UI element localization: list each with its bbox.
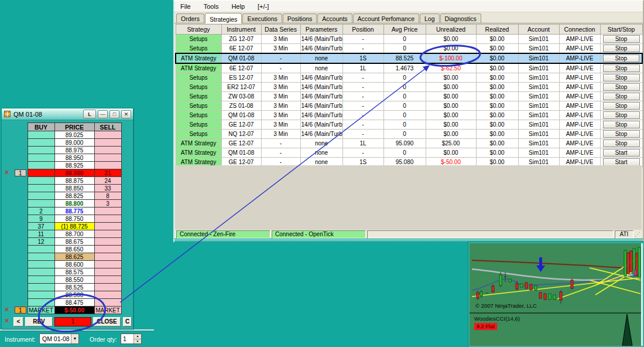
- buy-cell[interactable]: [28, 185, 54, 192]
- sell-cell[interactable]: [94, 284, 121, 291]
- sell-market-cell[interactable]: MARKET: [94, 307, 121, 314]
- strategy-row[interactable]: Setups QM 01-08 3 Min 14/6 (Main/Turb - …: [176, 111, 642, 120]
- tab-diagnostics[interactable]: Diagnostics: [440, 13, 481, 23]
- strategy-row[interactable]: Setups ER2 12-07 3 Min 14/6 (Main/Turb -…: [176, 83, 642, 92]
- sell-cell[interactable]: [94, 261, 121, 268]
- market-qty-box[interactable]: 1: [15, 307, 26, 314]
- buy-cell[interactable]: [28, 169, 54, 177]
- tab-strategies[interactable]: Strategies: [205, 13, 242, 23]
- sell-cell[interactable]: 8: [94, 192, 121, 200]
- buy-cell[interactable]: 9: [28, 215, 54, 223]
- strategy-row[interactable]: Setups ZS 01-08 3 Min 14/6 (Main/Turb - …: [176, 101, 642, 111]
- sell-cell[interactable]: 24: [94, 177, 121, 185]
- strategy-row[interactable]: Setups NQ 12-07 3 Min 14/6 (Main/Turb - …: [176, 130, 642, 139]
- col-parameters[interactable]: Parameters: [300, 25, 342, 35]
- menu-plus-minus[interactable]: [+/-]: [258, 3, 269, 10]
- sell-cell[interactable]: [94, 299, 121, 307]
- sell-cell[interactable]: [94, 253, 121, 261]
- sell-cell[interactable]: 33: [94, 185, 121, 192]
- buy-cell[interactable]: [28, 284, 54, 291]
- buy-market-cell[interactable]: MARKET: [28, 307, 54, 314]
- strategy-row[interactable]: ATM Strategy 6E 12-07 - none 1L 1.4673 $…: [176, 63, 642, 73]
- strategy-row[interactable]: Setups ZG 12-07 3 Min 14/6 (Main/Turb - …: [176, 35, 642, 44]
- maximize-icon[interactable]: □: [109, 110, 119, 118]
- start-stop-button[interactable]: Stop: [603, 121, 640, 128]
- start-stop-button[interactable]: Stop: [603, 74, 640, 81]
- close-position-button[interactable]: CLOSE: [93, 317, 121, 326]
- strategy-row[interactable]: ATM Strategy QM 01-08 - none 1S 88.525 $…: [176, 53, 642, 63]
- link-button[interactable]: L: [83, 110, 96, 118]
- sell-cell[interactable]: 21: [94, 169, 121, 177]
- buy-cell[interactable]: [28, 200, 54, 207]
- buy-cell[interactable]: 2: [28, 207, 54, 215]
- sell-cell[interactable]: [94, 246, 121, 253]
- buy-cell[interactable]: [28, 154, 54, 162]
- start-stop-button[interactable]: Stop: [603, 111, 640, 119]
- buy-cell[interactable]: 37: [28, 223, 54, 230]
- buy-cell[interactable]: 11: [28, 230, 54, 238]
- sell-cell[interactable]: 3: [94, 200, 121, 207]
- start-stop-button[interactable]: Stop: [603, 130, 640, 138]
- buy-cell[interactable]: [28, 253, 54, 261]
- start-stop-button[interactable]: Stop: [603, 45, 640, 52]
- menu-help[interactable]: Help: [231, 3, 245, 10]
- sell-cell[interactable]: [94, 207, 121, 215]
- back-button[interactable]: <: [13, 317, 23, 326]
- col-strategy[interactable]: Strategy: [176, 25, 221, 35]
- buy-cell[interactable]: [28, 162, 54, 169]
- sell-cell[interactable]: [94, 268, 121, 276]
- spin-up-icon[interactable]: ▲: [134, 334, 141, 339]
- menu-tools[interactable]: Tools: [204, 3, 219, 10]
- start-stop-button[interactable]: Stop: [603, 93, 640, 100]
- buy-cell[interactable]: [28, 299, 54, 307]
- cancel-all-icon[interactable]: ✕: [4, 317, 11, 325]
- start-stop-button[interactable]: Stop: [603, 102, 640, 110]
- sell-cell[interactable]: [94, 291, 121, 299]
- start-stop-button[interactable]: Stop: [603, 83, 640, 91]
- chevron-down-icon[interactable]: ▼: [71, 334, 78, 343]
- sell-cell[interactable]: [94, 223, 121, 230]
- sell-cell[interactable]: [94, 276, 121, 284]
- strategy-row[interactable]: Setups GE 12-07 3 Min 14/6 (Main/Turb - …: [176, 120, 642, 130]
- cancel-order-icon[interactable]: ✕: [4, 169, 11, 176]
- start-stop-button[interactable]: Start: [603, 149, 640, 157]
- reverse-button[interactable]: REV: [25, 317, 53, 326]
- buy-cell[interactable]: [28, 291, 54, 299]
- col-account[interactable]: Account: [518, 25, 559, 35]
- start-stop-button[interactable]: Stop: [603, 140, 640, 147]
- working-qty-box[interactable]: 1: [15, 169, 26, 176]
- col-data-series[interactable]: Data Series: [261, 25, 300, 35]
- start-stop-button[interactable]: Stop: [603, 55, 640, 62]
- menu-file[interactable]: File: [180, 3, 191, 10]
- resize-grip-icon[interactable]: ⋰: [635, 230, 642, 239]
- tab-accounts[interactable]: Accounts: [317, 13, 352, 23]
- sell-cell[interactable]: [94, 238, 121, 246]
- buy-cell[interactable]: 12: [28, 238, 54, 246]
- order-qty-stepper[interactable]: 1 ▲ ▼: [121, 334, 142, 344]
- buy-cell[interactable]: [28, 177, 54, 185]
- strategy-row[interactable]: Setups 6E 12-07 3 Min 14/6 (Main/Turb - …: [176, 44, 642, 54]
- start-stop-button[interactable]: Stop: [603, 64, 640, 72]
- col-avg-price[interactable]: Avg Price: [383, 25, 426, 35]
- sell-cell[interactable]: [94, 147, 121, 154]
- sell-cell[interactable]: [94, 131, 121, 139]
- tab-executions[interactable]: Executions: [242, 13, 282, 23]
- col-start-stop[interactable]: Start/Stop: [600, 25, 642, 35]
- instrument-select[interactable]: QM 01-08 ▼: [39, 334, 79, 344]
- c-button[interactable]: C: [123, 317, 132, 326]
- start-stop-button[interactable]: Stop: [603, 35, 640, 43]
- col-connection[interactable]: Connection: [559, 25, 600, 35]
- buy-cell[interactable]: [28, 261, 54, 268]
- tab-log[interactable]: Log: [420, 13, 440, 23]
- sell-cell[interactable]: [94, 154, 121, 162]
- strategy-row[interactable]: ATM Strategy QM 01-08 - none - 0 $0.00 $…: [176, 148, 642, 158]
- col-position[interactable]: Position: [342, 25, 383, 35]
- strategy-row[interactable]: ATM Strategy GE 12-07 - none 1L 95.090 $…: [176, 139, 642, 148]
- cancel-order-icon[interactable]: ✕: [4, 306, 11, 314]
- col-unrealized[interactable]: Unrealized: [426, 25, 476, 35]
- strategy-row[interactable]: Setups ES 12-07 3 Min 14/6 (Main/Turb - …: [176, 73, 642, 83]
- col-instrument[interactable]: Instrument: [221, 25, 261, 35]
- col-realized[interactable]: Realized: [476, 25, 518, 35]
- sell-cell[interactable]: [94, 162, 121, 169]
- sell-cell[interactable]: [94, 215, 121, 223]
